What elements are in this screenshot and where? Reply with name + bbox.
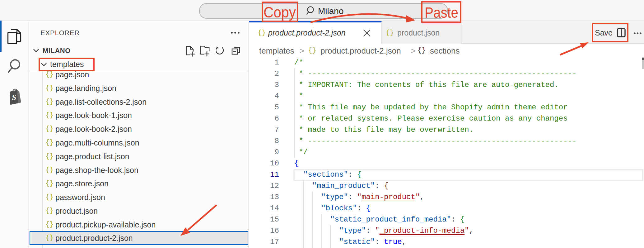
svg-text:Copy: Copy (264, 4, 296, 21)
svg-text:Paste: Paste (425, 4, 458, 21)
